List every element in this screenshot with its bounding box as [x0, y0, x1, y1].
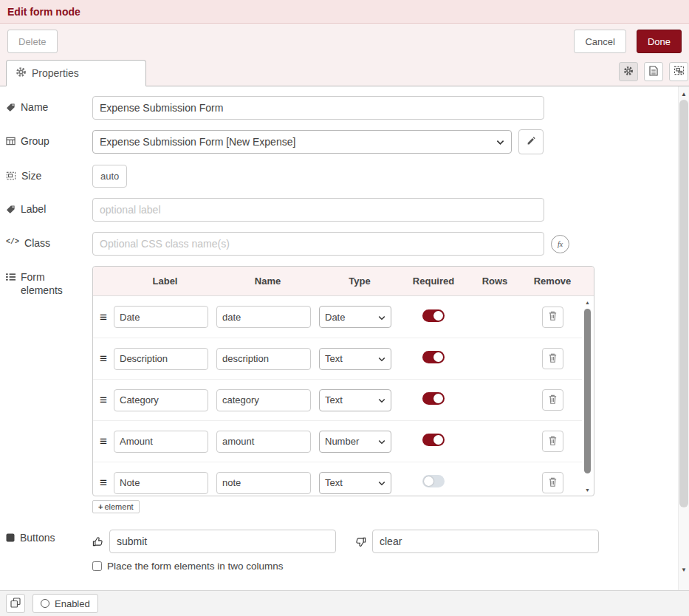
required-cell [422, 392, 445, 408]
dynamic-class-button[interactable]: fx [551, 235, 569, 253]
drag-handle-icon[interactable]: ≡ [100, 394, 107, 406]
name-input[interactable] [92, 96, 544, 120]
buttons-controls [92, 527, 599, 553]
size-label: Size [6, 165, 92, 183]
form-elements-table: Label Name Type Required Rows Remove ≡ D… [92, 266, 594, 496]
window-size-icon [6, 170, 16, 180]
enabled-toggle-button[interactable]: Enabled [32, 594, 98, 613]
drag-handle-icon[interactable]: ≡ [100, 476, 107, 489]
element-type-select[interactable]: Text [319, 389, 391, 411]
thumbs-down-icon [355, 536, 366, 547]
required-cell [422, 309, 445, 325]
form-element-row: ≡ Text [93, 462, 582, 496]
group-select-value: Expense Submission Form [New Expense] [100, 136, 295, 148]
dialog-title: Edit form node [7, 6, 80, 18]
name-label: Name [6, 96, 92, 114]
delete-element-button[interactable] [542, 307, 563, 328]
required-toggle[interactable] [422, 434, 445, 446]
drag-handle-icon[interactable]: ≡ [100, 352, 107, 365]
name-label-text: Name [21, 101, 48, 114]
form-element-row: ≡ Date [93, 296, 582, 338]
field-row-form-elements: Form elements Label Name Type Required R… [6, 266, 667, 513]
layers-icon [10, 598, 21, 610]
size-button[interactable]: auto [92, 165, 127, 188]
panel-scrollbar-thumb[interactable] [679, 100, 688, 507]
trash-icon [548, 394, 558, 407]
add-element-label: element [104, 502, 133, 511]
table-scrollbar[interactable]: ▲ ▼ [583, 298, 592, 494]
table-scroll-up-arrow[interactable]: ▲ [583, 298, 592, 307]
form-element-row: ≡ Text [93, 379, 582, 420]
form-elements-editor: Label Name Type Required Rows Remove ≡ D… [92, 266, 594, 513]
appearance-panel-button[interactable] [669, 62, 688, 81]
column-header-label: Label [114, 276, 216, 287]
done-button[interactable]: Done [637, 30, 682, 53]
element-type-select[interactable]: Text [319, 348, 391, 370]
required-toggle[interactable] [422, 351, 445, 363]
dialog-footer: Enabled [0, 590, 689, 616]
required-toggle[interactable] [422, 475, 445, 487]
required-toggle[interactable] [422, 392, 445, 405]
required-toggle[interactable] [422, 309, 445, 322]
required-cell [422, 475, 445, 490]
element-label-input[interactable] [114, 306, 208, 328]
element-name-input[interactable] [216, 348, 311, 370]
two-columns-label: Place the form elements in two columns [107, 561, 284, 572]
delete-button[interactable]: Delete [7, 30, 58, 53]
description-panel-button[interactable] [644, 62, 663, 81]
chevron-down-icon [378, 436, 385, 447]
column-header-type: Type [319, 276, 400, 287]
element-type-select[interactable]: Date [319, 306, 391, 328]
node-info-button[interactable] [6, 594, 25, 613]
class-input[interactable] [92, 232, 544, 256]
form-elements-rows: ≡ Date ≡ Text [93, 296, 582, 496]
delete-element-button[interactable] [542, 472, 563, 493]
element-name-input[interactable] [216, 389, 311, 411]
panel-scroll-up-arrow[interactable]: ▲ [679, 88, 689, 100]
plus-icon: + [98, 502, 103, 511]
form-element-row: ≡ Text [93, 338, 582, 379]
drag-handle-icon[interactable]: ≡ [100, 435, 107, 448]
tag-icon [6, 101, 16, 112]
delete-element-button[interactable] [542, 389, 563, 411]
clear-button-text-input[interactable] [372, 530, 599, 553]
table-scrollbar-thumb[interactable] [584, 309, 591, 473]
field-row-buttons: Buttons [6, 527, 667, 553]
element-label-input[interactable] [114, 389, 208, 411]
properties-panel-button[interactable] [619, 62, 638, 81]
submit-button-text-input[interactable] [109, 530, 336, 553]
delete-element-button[interactable] [542, 348, 563, 369]
cancel-button[interactable]: Cancel [574, 30, 625, 53]
table-scroll-down-arrow[interactable]: ▼ [583, 485, 592, 494]
element-label-input[interactable] [114, 472, 208, 494]
dialog-header: Edit form node [0, 0, 689, 24]
element-label-input[interactable] [114, 348, 208, 370]
element-type-select[interactable]: Text [319, 472, 391, 494]
size-label-text: Size [21, 170, 41, 183]
element-type-value: Text [325, 353, 343, 364]
add-element-button[interactable]: +element [92, 500, 140, 513]
drag-handle-icon[interactable]: ≡ [100, 311, 107, 324]
buttons-label: Buttons [6, 527, 92, 545]
element-name-input[interactable] [216, 472, 311, 494]
element-name-input[interactable] [216, 431, 311, 453]
tab-properties[interactable]: Properties [6, 60, 146, 86]
two-columns-checkbox[interactable] [92, 561, 102, 571]
class-label: </> Class [6, 232, 92, 250]
element-type-select[interactable]: Number [319, 431, 391, 453]
required-cell [422, 434, 445, 449]
edit-group-button[interactable] [518, 129, 544, 154]
delete-element-button[interactable] [542, 431, 563, 452]
panel-scroll-down-arrow[interactable]: ▼ [679, 564, 689, 575]
table-icon [6, 135, 16, 146]
label-input[interactable] [92, 198, 544, 222]
column-header-remove: Remove [523, 276, 582, 287]
dialog-toolbar: Delete Cancel Done [0, 24, 689, 59]
group-select[interactable]: Expense Submission Form [New Expense] [92, 130, 512, 154]
field-row-group: Group Expense Submission Form [New Expen… [6, 130, 667, 154]
panel-scrollbar[interactable]: ▲ ▼ [678, 86, 689, 590]
element-name-input[interactable] [216, 306, 311, 328]
element-type-value: Number [325, 436, 359, 447]
chevron-down-icon [378, 312, 385, 323]
element-label-input[interactable] [114, 431, 208, 453]
